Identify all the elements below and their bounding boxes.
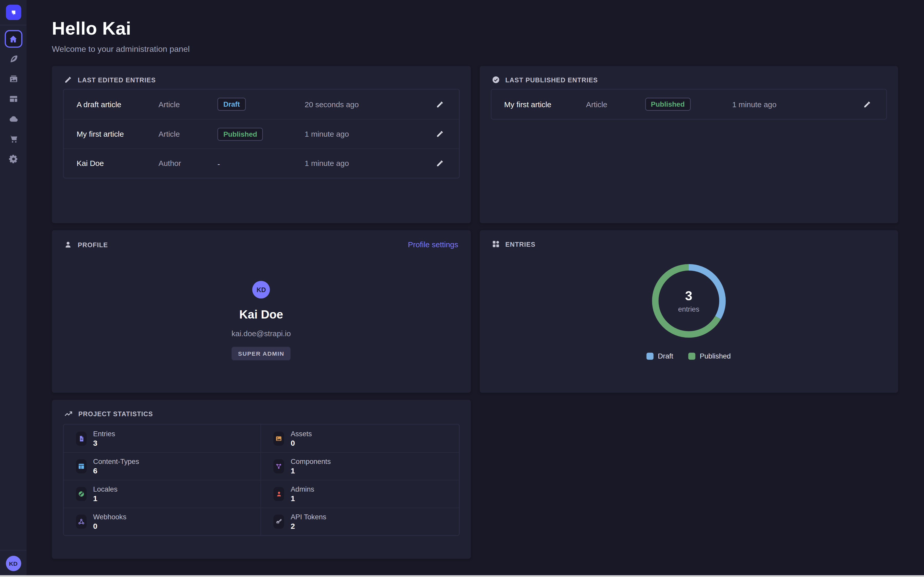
profile-panel: PROFILE Profile settings KD Kai Doe kai.…: [52, 230, 470, 393]
horizontal-scrollbar[interactable]: [0, 575, 924, 577]
stat-label: Assets: [291, 430, 312, 438]
stat-value: 6: [93, 466, 139, 475]
entries-donut-chart: 3 entries: [480, 259, 898, 342]
stat-label: Content-Types: [93, 458, 139, 466]
stat-api-tokens: API Tokens 2: [261, 508, 459, 535]
cloud-icon: [8, 114, 18, 124]
person-icon: [64, 241, 72, 248]
check-circle-icon: [492, 76, 499, 84]
profile-avatar: KD: [252, 281, 270, 298]
sidebar-item-home[interactable]: [0, 29, 26, 49]
panel-title: LAST PUBLISHED ENTRIES: [506, 76, 598, 83]
window-icon: [76, 459, 87, 474]
last-edited-entries-panel: LAST EDITED ENTRIES A draft article Arti…: [52, 66, 470, 223]
stat-label: API Tokens: [291, 513, 326, 521]
stat-value: 1: [291, 466, 331, 475]
entries-panel: ENTRIES 3 entries: [480, 230, 898, 393]
stat-components: Components 1: [261, 452, 459, 480]
stat-value: 1: [291, 494, 314, 503]
chart-legend: Draft Published: [480, 352, 898, 360]
entry-title: My first article: [76, 129, 158, 138]
table-row[interactable]: Kai Doe Author - 1 minute ago: [64, 148, 459, 178]
entry-updated-time: 1 minute ago: [732, 100, 861, 108]
stat-label: Webhooks: [93, 513, 126, 521]
entry-type: Article: [158, 100, 218, 108]
stat-label: Components: [291, 458, 331, 466]
edit-entry-button[interactable]: [861, 98, 873, 110]
profile-settings-link[interactable]: Profile settings: [408, 240, 458, 249]
stat-webhooks: Webhooks 0: [64, 508, 261, 535]
globe-icon: [76, 487, 87, 501]
stats-table: Entries 3 Assets 0: [63, 424, 459, 536]
stat-entries: Entries 3: [64, 424, 261, 452]
panel-title: LAST EDITED ENTRIES: [78, 76, 156, 83]
entry-updated-time: 1 minute ago: [305, 159, 433, 168]
pencil-icon: [64, 76, 72, 84]
sidebar-item-media-library[interactable]: [0, 69, 26, 89]
stat-assets: Assets 0: [261, 424, 459, 452]
puzzle-icon: [274, 459, 284, 474]
stat-value: 3: [93, 438, 115, 447]
last-published-table: My first article Article Published 1 min…: [491, 89, 887, 119]
stat-locales: Locales 1: [64, 480, 261, 508]
last-edited-table: A draft article Article Draft 20 seconds…: [63, 89, 459, 179]
entry-title: My first article: [504, 100, 586, 108]
stat-value: 1: [93, 494, 118, 503]
sidebar-item-content-manager[interactable]: [0, 49, 26, 69]
user-icon: [274, 487, 284, 501]
legend-label: Published: [699, 352, 731, 360]
layout-icon: [8, 94, 18, 103]
entry-type: Article: [158, 129, 218, 138]
grid-icon: [492, 240, 499, 248]
legend-label: Draft: [658, 352, 673, 360]
panel-title: ENTRIES: [506, 240, 536, 248]
last-published-entries-panel: LAST PUBLISHED ENTRIES My first article …: [480, 66, 898, 223]
entry-title: Kai Doe: [76, 159, 158, 168]
strapi-logo[interactable]: [6, 5, 21, 20]
panel-title: PROJECT STATISTICS: [78, 410, 153, 417]
webhook-icon: [76, 515, 87, 529]
legend-item-draft: Draft: [646, 352, 673, 360]
stat-value: 0: [93, 522, 126, 530]
edit-entry-button[interactable]: [433, 128, 446, 140]
user-avatar[interactable]: KD: [6, 556, 21, 571]
sidebar: KD: [0, 0, 26, 577]
status-badge: Draft: [217, 98, 246, 111]
legend-item-published: Published: [689, 352, 731, 360]
table-row[interactable]: My first article Article Published 1 min…: [491, 90, 886, 119]
role-badge: SUPER ADMIN: [231, 347, 291, 360]
stat-admins: Admins 1: [261, 480, 459, 508]
picture-icon: [274, 431, 284, 445]
draft-swatch: [646, 353, 654, 360]
page-title: Hello Kai: [52, 18, 898, 39]
published-swatch: [689, 353, 696, 360]
cart-icon: [8, 134, 18, 143]
entry-type: Article: [586, 100, 645, 108]
sidebar-item-deploy[interactable]: [0, 109, 26, 129]
sidebar-item-content-type-builder[interactable]: [0, 89, 26, 109]
stat-label: Locales: [93, 485, 118, 493]
strapi-logo-icon: [9, 8, 18, 16]
sidebar-item-marketplace[interactable]: [0, 129, 26, 149]
profile-name: Kai Doe: [239, 308, 283, 322]
entry-title: A draft article: [76, 100, 158, 108]
project-statistics-panel: PROJECT STATISTICS Entries 3: [52, 400, 470, 559]
key-icon: [274, 515, 284, 529]
home-icon: [4, 30, 22, 48]
table-row[interactable]: A draft article Article Draft 20 seconds…: [64, 90, 459, 119]
stat-content-types: Content-Types 6: [64, 452, 261, 480]
sidebar-item-settings[interactable]: [0, 149, 26, 169]
file-icon: [76, 431, 87, 445]
stat-label: Entries: [93, 430, 115, 438]
trending-up-icon: [64, 410, 73, 418]
sidebar-nav: [0, 29, 26, 169]
strapi-admin-dashboard: KD Hello Kai Welcome to your administrat…: [0, 0, 924, 577]
edit-entry-button[interactable]: [433, 98, 446, 110]
panel-title: PROFILE: [78, 241, 108, 248]
status-badge: Published: [645, 98, 691, 111]
stat-label: Admins: [291, 485, 314, 493]
edit-entry-button[interactable]: [433, 157, 446, 169]
entry-updated-time: 1 minute ago: [305, 129, 433, 138]
pen-icon: [8, 54, 18, 64]
table-row[interactable]: My first article Article Published 1 min…: [64, 119, 459, 148]
